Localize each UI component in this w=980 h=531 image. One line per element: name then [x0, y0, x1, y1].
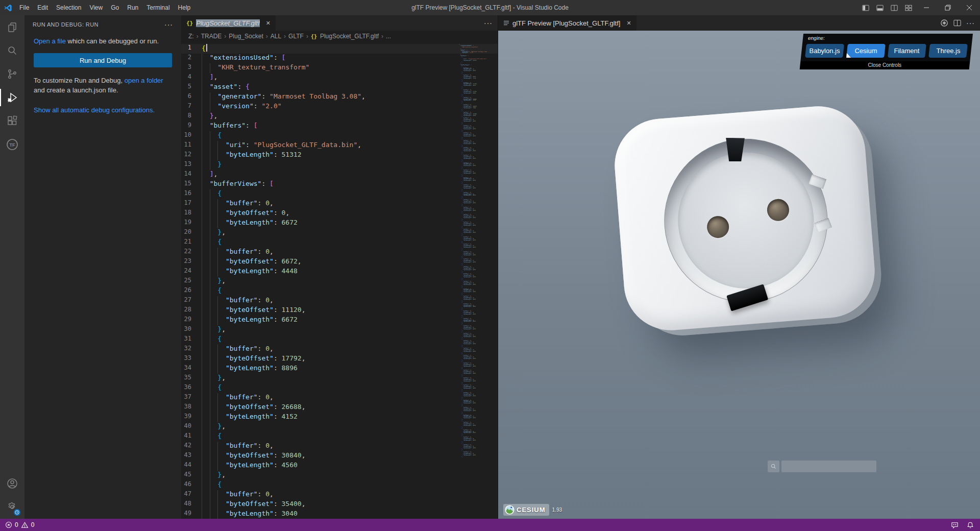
- code-line: 16 {: [181, 189, 498, 199]
- minimap[interactable]: { "extensionsUsed": [ "KHR_texture_trans…: [459, 44, 491, 458]
- run-and-debug-icon[interactable]: [0, 86, 24, 109]
- code-line: 20 },: [181, 228, 498, 238]
- errors-count: 0: [15, 521, 18, 528]
- code-line: 24 "byteLength": 4448: [181, 267, 498, 277]
- breadcrumb-separator: ›: [305, 33, 309, 40]
- code-line: 2 "extensionsUsed": [: [181, 54, 498, 63]
- breadcrumb-separator: ›: [283, 33, 287, 40]
- menu-bar: FileEditSelectionViewGoRunTerminalHelp: [15, 0, 194, 15]
- cesium-logo[interactable]: CESIUM: [503, 504, 549, 516]
- code-line: 45 },: [181, 471, 498, 480]
- run-and-debug-button[interactable]: Run and Debug: [34, 53, 172, 67]
- code-editor[interactable]: 1{2 "extensionsUsed": [3 "KHR_texture_tr…: [181, 42, 498, 519]
- json-file-icon: {}: [311, 34, 320, 39]
- menu-selection[interactable]: Selection: [52, 0, 85, 15]
- breadcrumb-item[interactable]: ...: [386, 33, 391, 40]
- sidebar-more-actions[interactable]: ···: [164, 20, 173, 29]
- breadcrumb-item[interactable]: Plug_Socket: [229, 33, 263, 40]
- engine-button-filament[interactable]: Filament: [888, 44, 927, 58]
- code-line: 7 "version": "2.0": [181, 102, 498, 112]
- code-line: 1{: [181, 44, 498, 54]
- open-file-link[interactable]: Open a file: [34, 37, 66, 45]
- gltf-tools-icon[interactable]: TF: [0, 133, 24, 156]
- menu-run[interactable]: Run: [123, 0, 142, 15]
- extensions-icon[interactable]: [0, 109, 24, 133]
- menu-file[interactable]: File: [15, 0, 33, 15]
- code-line: 31 {: [181, 335, 498, 345]
- preview-canvas[interactable]: engine: Babylon.jsCesiumFilamentThree.js…: [498, 31, 980, 519]
- code-line: 15 "bufferViews": [: [181, 180, 498, 189]
- code-line: 48 "byteOffset": 35400,: [181, 500, 498, 510]
- preview-more-actions[interactable]: ···: [966, 19, 975, 27]
- customize-text: To customize Run and Debug, open a folde…: [34, 76, 172, 95]
- engine-button-threejs[interactable]: Three.js: [928, 44, 968, 58]
- editor-more-actions[interactable]: ···: [484, 19, 493, 27]
- geocoder-input[interactable]: [781, 461, 876, 472]
- open-folder-link[interactable]: open a folder: [125, 77, 163, 84]
- settings-gear-icon[interactable]: [0, 495, 24, 519]
- breadcrumb-item[interactable]: GLTF: [288, 33, 304, 40]
- close-preview-tab-icon[interactable]: ✕: [626, 20, 631, 27]
- source-control-icon[interactable]: [0, 62, 24, 86]
- menu-view[interactable]: View: [85, 0, 107, 15]
- code-line: 10 {: [181, 131, 498, 141]
- explorer-icon[interactable]: [0, 15, 24, 39]
- code-line: 6 "generator": "Marmoset Toolbag 3.08",: [181, 92, 498, 102]
- tab-title: PlugSocket_GLTF.gltf: [196, 19, 260, 27]
- code-line: 5 "asset": {: [181, 83, 498, 92]
- close-window-button[interactable]: [959, 0, 980, 15]
- code-lines: 1{2 "extensionsUsed": [3 "KHR_texture_tr…: [181, 44, 498, 519]
- notifications-bell-icon[interactable]: [967, 521, 974, 529]
- code-line: 8 },: [181, 112, 498, 122]
- breadcrumb-item[interactable]: {} PlugSocket_GLTF.gltf: [311, 33, 379, 40]
- feedback-icon[interactable]: [951, 521, 959, 529]
- split-editor-right-icon[interactable]: [953, 19, 961, 27]
- close-controls-button[interactable]: Close Controls: [800, 61, 970, 69]
- cesium-brand: CESIUM: [517, 506, 546, 514]
- geocoder-search-icon[interactable]: [768, 461, 779, 472]
- tab-plugsocket-gltf[interactable]: {} PlugSocket_GLTF.gltf ✕: [181, 15, 276, 31]
- engine-controls-panel: engine: Babylon.jsCesiumFilamentThree.js…: [800, 34, 973, 69]
- code-line: 46 {: [181, 480, 498, 490]
- run-debug-sidebar: RUN AND DEBUG: RUN ··· Open a file which…: [24, 15, 181, 519]
- code-line: 11 "uri": "PlugSocket_GLTF_data.bin",: [181, 141, 498, 151]
- gltf-report-icon[interactable]: [940, 19, 948, 27]
- breadcrumb-item[interactable]: ALL: [271, 33, 281, 40]
- cesium-globe-icon: [505, 505, 514, 515]
- engine-button-babylonjs[interactable]: Babylon.js: [805, 44, 844, 58]
- menu-go[interactable]: Go: [107, 0, 123, 15]
- menu-help[interactable]: Help: [174, 0, 195, 15]
- code-line: 29 "byteLength": 6672: [181, 316, 498, 325]
- code-line: 47 "buffer": 0,: [181, 490, 498, 500]
- code-line: 42 "buffer": 0,: [181, 442, 498, 451]
- code-line: 38 "byteOffset": 26688,: [181, 403, 498, 413]
- code-line: 18 "byteOffset": 0,: [181, 209, 498, 219]
- menu-edit[interactable]: Edit: [33, 0, 52, 15]
- toggle-sidebar-icon[interactable]: [859, 0, 873, 15]
- minimize-button[interactable]: [916, 0, 937, 15]
- breadcrumb-item[interactable]: Z:: [188, 33, 194, 40]
- menu-terminal[interactable]: Terminal: [142, 0, 174, 15]
- breadcrumb-separator: ›: [265, 33, 269, 40]
- engine-button-cesium[interactable]: Cesium: [846, 44, 886, 58]
- customize-layout-icon[interactable]: [901, 0, 916, 15]
- problems-status[interactable]: 0 0: [5, 521, 34, 528]
- preview-tab-bar: glTF Preview [PlugSocket_GLTF.gltf] ✕ ··…: [498, 15, 980, 31]
- show-debug-configs-link[interactable]: Show all automatic debug configurations.: [34, 105, 172, 115]
- accounts-icon[interactable]: [0, 472, 24, 495]
- code-line: 26 {: [181, 286, 498, 296]
- split-editor-icon[interactable]: [887, 0, 901, 15]
- code-line: 27 "buffer": 0,: [181, 296, 498, 306]
- toggle-panel-icon[interactable]: [873, 0, 887, 15]
- close-tab-icon[interactable]: ✕: [266, 20, 271, 27]
- code-line: 17 "buffer": 0,: [181, 199, 498, 209]
- search-icon[interactable]: [0, 39, 24, 62]
- gltf-preview-group: glTF Preview [PlugSocket_GLTF.gltf] ✕ ··…: [498, 15, 980, 519]
- restore-button[interactable]: [937, 0, 959, 15]
- breadcrumb-item[interactable]: TRADE: [201, 33, 222, 40]
- code-line: 22 "buffer": 0,: [181, 248, 498, 257]
- code-line: 49 "byteLength": 3040: [181, 510, 498, 519]
- tab-gltf-preview[interactable]: glTF Preview [PlugSocket_GLTF.gltf] ✕: [498, 15, 636, 31]
- code-line: 9 "buffers": [: [181, 122, 498, 131]
- code-line: 19 "byteLength": 6672: [181, 219, 498, 228]
